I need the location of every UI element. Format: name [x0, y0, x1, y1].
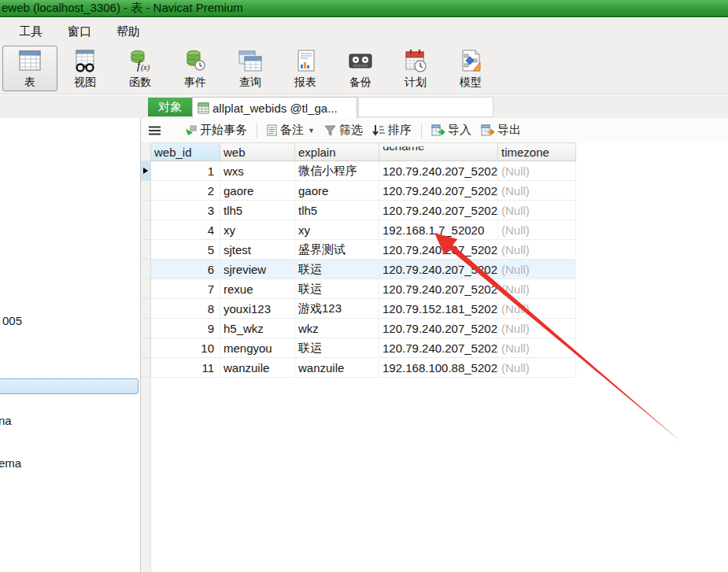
- begin-transaction-button[interactable]: 开始事务: [179, 120, 252, 140]
- cell-web_id[interactable]: 11: [151, 358, 220, 378]
- export-button[interactable]: 导出: [476, 120, 526, 140]
- cell-timezone[interactable]: (Null): [498, 319, 576, 338]
- cell-web[interactable]: youxi123: [220, 299, 295, 319]
- cell-ucname[interactable]: 120.79.240.207_5202: [379, 319, 498, 338]
- toolbar-views-button[interactable]: 视图: [57, 46, 113, 91]
- cell-timezone[interactable]: (Null): [498, 338, 576, 358]
- cell-explain[interactable]: wanzuile: [295, 358, 379, 378]
- cell-web_id[interactable]: 2: [151, 181, 220, 201]
- cell-web_id[interactable]: 9: [151, 319, 220, 338]
- cell-explain[interactable]: 游戏123: [295, 299, 379, 319]
- tree-item-fragment[interactable]: ema: [0, 456, 21, 470]
- table-row[interactable]: 10mengyou联运120.79.240.207_5202(Null): [151, 338, 576, 358]
- row-selector[interactable]: [141, 161, 151, 181]
- table-row[interactable]: 2gaoregaore120.79.240.207_5202(Null): [151, 181, 576, 201]
- cell-explain[interactable]: 微信小程序: [295, 161, 379, 181]
- column-header-web[interactable]: web: [220, 142, 295, 161]
- column-header-ucname[interactable]: ucname: [379, 142, 498, 161]
- import-button[interactable]: 导入: [427, 120, 476, 140]
- tree-item-selected[interactable]: [0, 378, 139, 394]
- row-selector[interactable]: [141, 220, 151, 240]
- cell-explain[interactable]: 联运: [295, 338, 379, 358]
- cell-timezone[interactable]: (Null): [498, 220, 576, 240]
- cell-web[interactable]: tlh5: [220, 201, 295, 220]
- cell-timezone[interactable]: (Null): [498, 299, 576, 319]
- menu-tools[interactable]: 工具: [6, 21, 55, 42]
- cell-ucname[interactable]: 120.79.240.207_5202: [379, 338, 498, 358]
- cell-timezone[interactable]: (Null): [498, 358, 576, 378]
- cell-web[interactable]: sjtest: [220, 240, 295, 260]
- row-selector[interactable]: [141, 181, 151, 201]
- toolbar-reports-button[interactable]: 报表: [278, 46, 333, 91]
- cell-ucname[interactable]: 192.168.100.88_5202: [379, 358, 498, 378]
- tab-bar-empty-slot[interactable]: [358, 97, 493, 117]
- cell-web_id[interactable]: 7: [151, 279, 220, 299]
- cell-timezone[interactable]: (Null): [498, 260, 576, 279]
- cell-explain[interactable]: 联运: [295, 279, 379, 299]
- cell-ucname[interactable]: 120.79.152.181_5202: [379, 299, 498, 319]
- hamburger-icon[interactable]: [149, 126, 161, 135]
- cell-web[interactable]: mengyou: [220, 338, 295, 358]
- cell-timezone[interactable]: (Null): [498, 240, 576, 260]
- menu-help[interactable]: 帮助: [104, 21, 153, 42]
- cell-web[interactable]: rexue: [220, 279, 295, 299]
- cell-explain[interactable]: tlh5: [295, 201, 379, 220]
- cell-web_id[interactable]: 3: [151, 201, 220, 220]
- row-selector[interactable]: [141, 240, 151, 260]
- table-row[interactable]: 3tlh5tlh5120.79.240.207_5202(Null): [151, 201, 576, 220]
- cell-explain[interactable]: xy: [295, 220, 379, 240]
- cell-web_id[interactable]: 8: [151, 299, 220, 319]
- column-header-web_id[interactable]: web_id: [151, 142, 220, 161]
- toolbar-tables-button[interactable]: 表: [2, 46, 57, 91]
- note-button[interactable]: 备注 ▼: [262, 120, 320, 140]
- row-selector[interactable]: [141, 319, 151, 338]
- row-selector[interactable]: [141, 201, 151, 220]
- cell-explain[interactable]: 联运: [295, 260, 379, 279]
- cell-web[interactable]: h5_wkz: [220, 319, 295, 338]
- cell-ucname[interactable]: 120.79.240.207_5202: [379, 161, 498, 181]
- cell-timezone[interactable]: (Null): [498, 181, 576, 201]
- cell-explain[interactable]: 盛界测试: [295, 240, 379, 260]
- table-row[interactable]: 1wxs微信小程序120.79.240.207_5202(Null): [151, 161, 576, 181]
- row-selector[interactable]: [141, 338, 151, 358]
- cell-ucname[interactable]: 192.168.1.7_52020: [379, 220, 498, 240]
- cell-web_id[interactable]: 6: [151, 260, 220, 279]
- toolbar-functions-button[interactable]: f (x) 函数: [113, 46, 168, 91]
- table-row[interactable]: 11wanzuilewanzuile192.168.100.88_5202(Nu…: [151, 358, 576, 378]
- cell-web[interactable]: gaore: [220, 181, 295, 201]
- tree-item-fragment[interactable]: 005: [2, 314, 22, 327]
- filter-button[interactable]: 筛选: [320, 120, 368, 140]
- table-row[interactable]: 7rexue联运120.79.240.207_5202(Null): [151, 279, 576, 299]
- cell-web_id[interactable]: 1: [151, 161, 220, 181]
- tab-objects[interactable]: 对象: [148, 98, 192, 116]
- cell-web[interactable]: xy: [220, 220, 295, 240]
- cell-ucname[interactable]: 120.79.240.207_5202: [379, 260, 498, 279]
- cell-web_id[interactable]: 5: [151, 240, 220, 260]
- toolbar-backup-button[interactable]: 备份: [333, 46, 388, 91]
- table-row[interactable]: 5sjtest盛界测试120.79.240.207_5202(Null): [151, 240, 576, 260]
- tree-item-fragment[interactable]: na: [0, 414, 12, 427]
- cell-web[interactable]: sjreview: [220, 260, 295, 279]
- row-selector[interactable]: [141, 299, 151, 319]
- cell-explain[interactable]: wkz: [295, 319, 379, 338]
- table-row[interactable]: 8youxi123游戏123120.79.152.181_5202(Null): [151, 299, 576, 319]
- column-header-explain[interactable]: explain: [295, 142, 379, 161]
- cell-ucname[interactable]: 120.79.240.207_5202: [379, 181, 498, 201]
- row-selector[interactable]: [141, 358, 151, 378]
- table-row[interactable]: 6sjreview联运120.79.240.207_5202(Null): [151, 260, 576, 279]
- cell-explain[interactable]: gaore: [295, 181, 379, 201]
- tab-table-allplat-webids[interactable]: allplat_webids @tl_ga...: [192, 97, 357, 118]
- menu-window[interactable]: 窗口: [55, 21, 104, 42]
- cell-web[interactable]: wxs: [220, 161, 295, 181]
- cell-timezone[interactable]: (Null): [498, 279, 576, 299]
- cell-web[interactable]: wanzuile: [220, 358, 295, 378]
- toolbar-queries-button[interactable]: 查询: [223, 46, 278, 91]
- row-selector[interactable]: [141, 260, 151, 279]
- toolbar-events-button[interactable]: 事件: [168, 46, 223, 91]
- cell-web_id[interactable]: 10: [151, 338, 220, 358]
- toolbar-model-button[interactable]: 模型: [443, 46, 498, 91]
- column-header-timezone[interactable]: timezone: [498, 142, 576, 161]
- cell-ucname[interactable]: 120.79.240.207_5202: [379, 240, 498, 260]
- cell-timezone[interactable]: (Null): [498, 201, 576, 220]
- sort-button[interactable]: 排序: [368, 120, 416, 140]
